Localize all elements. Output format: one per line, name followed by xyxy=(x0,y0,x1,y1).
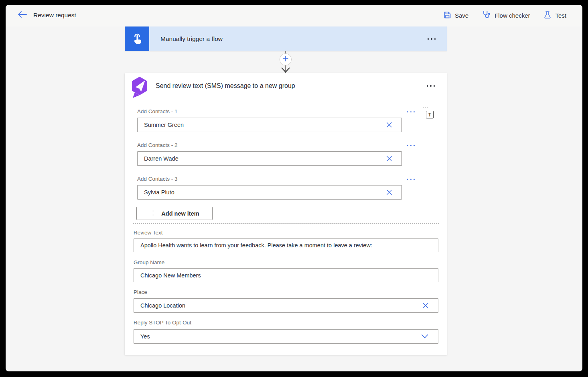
flow-checker-label: Flow checker xyxy=(495,12,530,19)
save-label: Save xyxy=(455,12,468,19)
contact-3-menu-ellipsis-icon[interactable] xyxy=(407,179,415,180)
opt-out-field: Reply STOP To Opt-Out Yes xyxy=(134,329,438,344)
contact-1-clear-icon[interactable] xyxy=(386,122,392,128)
flow-checker-button[interactable]: Flow checker xyxy=(482,10,530,20)
trigger-menu-ellipsis-icon[interactable] xyxy=(428,38,436,40)
sms-connector-icon xyxy=(130,76,149,100)
group-name-field: Group Name xyxy=(134,268,438,282)
action-card: Send review text (SMS) message to a new … xyxy=(125,73,447,355)
stethoscope-icon xyxy=(482,10,491,20)
opt-out-value: Yes xyxy=(140,333,150,340)
place-input[interactable] xyxy=(134,298,438,313)
trigger-title: Manually trigger a flow xyxy=(160,35,223,43)
contact-2-clear-icon[interactable] xyxy=(386,156,392,162)
place-clear-icon[interactable] xyxy=(422,302,429,309)
app-window: Review request Save Flow checker Test xyxy=(6,5,582,371)
toolbar: Save Flow checker Test xyxy=(443,10,566,20)
group-name-label: Group Name xyxy=(134,259,164,265)
review-text-input[interactable] xyxy=(134,238,438,252)
contact-3-clear-icon[interactable] xyxy=(386,190,392,196)
add-new-item-button[interactable]: Add new item xyxy=(136,207,213,220)
beaker-icon xyxy=(543,11,552,20)
action-title: Send review text (SMS) message to a new … xyxy=(156,82,295,90)
contact-2-menu-ellipsis-icon[interactable] xyxy=(407,145,415,146)
plus-icon xyxy=(282,55,289,63)
back-button[interactable] xyxy=(18,10,28,20)
save-icon xyxy=(443,11,451,20)
contacts-array-box: Add Contacts - 1 Add Contacts - 2 xyxy=(133,103,439,224)
trigger-card[interactable]: Manually trigger a flow xyxy=(125,26,447,51)
place-label: Place xyxy=(134,289,147,295)
plus-icon xyxy=(150,210,156,218)
trigger-card-body: Manually trigger a flow xyxy=(149,26,447,51)
page-title: Review request xyxy=(33,12,76,19)
contact-2-input[interactable] xyxy=(137,151,402,166)
action-menu-ellipsis-icon[interactable] xyxy=(427,85,435,87)
chevron-down-icon xyxy=(421,334,428,339)
test-label: Test xyxy=(555,12,566,19)
opt-out-dropdown[interactable]: Yes xyxy=(134,329,438,344)
back-arrow-icon xyxy=(18,11,27,20)
review-text-field: Review Text xyxy=(134,238,438,252)
action-card-header[interactable]: Send review text (SMS) message to a new … xyxy=(125,73,447,100)
test-button[interactable]: Test xyxy=(543,11,566,20)
top-bar: Review request Save Flow checker Test xyxy=(6,5,582,26)
contact-2-label: Add Contacts - 2 xyxy=(137,142,178,148)
add-new-item-label: Add new item xyxy=(161,210,199,217)
contact-group-3: Add Contacts - 3 xyxy=(133,103,439,118)
contact-1-input[interactable] xyxy=(137,118,402,132)
group-name-input[interactable] xyxy=(134,268,438,282)
save-button[interactable]: Save xyxy=(443,11,468,20)
array-toggle-letter: T xyxy=(426,111,434,118)
place-field: Place xyxy=(134,298,438,313)
contact-3-input[interactable] xyxy=(137,185,402,200)
manual-trigger-icon xyxy=(125,26,149,51)
insert-step-button[interactable] xyxy=(280,53,292,65)
contact-3-label: Add Contacts - 3 xyxy=(137,176,178,182)
review-text-label: Review Text xyxy=(134,230,163,236)
switch-to-input-entire-array-icon[interactable]: T xyxy=(423,108,434,119)
opt-out-label: Reply STOP To Opt-Out xyxy=(134,320,191,326)
